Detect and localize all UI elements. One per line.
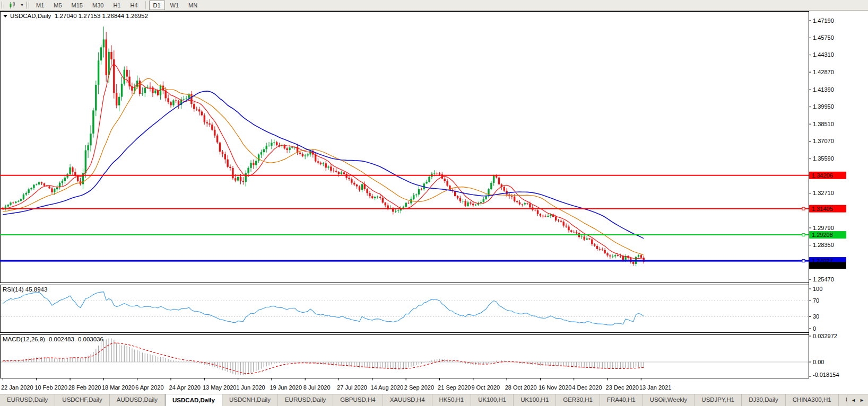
candle-body xyxy=(397,210,399,211)
candle-body xyxy=(51,188,53,192)
hline-handle-1.31405[interactable] xyxy=(802,207,805,210)
rsi-level-label: 100 xyxy=(813,286,822,292)
candle-body xyxy=(72,167,73,172)
tabs-scroll-left-button[interactable]: ◄ xyxy=(851,398,856,403)
candle-body xyxy=(395,211,396,212)
macd-axis-label: 0.00 xyxy=(813,359,824,365)
candle-body xyxy=(602,250,603,250)
candle-body xyxy=(263,149,265,153)
candle-body xyxy=(54,189,55,192)
candle-body xyxy=(586,239,587,240)
tab-usdcnh-daily4[interactable]: USDCNH,Daily xyxy=(222,394,278,406)
tab-uk100-h110[interactable]: UK100,H1 xyxy=(514,394,556,406)
timeframe-button-d1[interactable]: D1 xyxy=(149,1,165,10)
candle-body xyxy=(570,231,572,232)
candle-body xyxy=(12,202,14,203)
candle-body xyxy=(245,173,247,182)
timeframe-button-m15[interactable]: M15 xyxy=(67,1,87,10)
tab-usoil-weekly13[interactable]: USOil,Weekly xyxy=(643,394,695,406)
candle-body xyxy=(426,182,427,183)
candle-body xyxy=(56,187,58,189)
tabs-scroll-right-button[interactable]: ► xyxy=(860,398,864,403)
candle-body xyxy=(204,116,205,122)
candle-body xyxy=(558,220,559,221)
tab-audusd-daily2[interactable]: AUDUSD,Daily xyxy=(110,394,165,406)
timeframe-button-m1[interactable]: M1 xyxy=(32,1,48,10)
tab-usdjpy-h114[interactable]: USDJPY,H1 xyxy=(695,394,742,406)
candle-body xyxy=(175,100,177,101)
tab-xauusd-h47[interactable]: XAUUSD,H4 xyxy=(383,394,432,406)
hline-price-label: 1.34206 xyxy=(812,172,833,179)
tab-fra40-h112[interactable]: FRA40,H1 xyxy=(600,394,643,406)
hline-handle-1.29208[interactable] xyxy=(802,234,805,236)
candle-body xyxy=(229,167,231,168)
candle-body xyxy=(498,178,500,184)
candle-body xyxy=(325,163,327,167)
hline-handle-1.27027[interactable] xyxy=(802,260,805,262)
chart-mode-dropdown-caret[interactable]: ▾ xyxy=(19,1,25,10)
candle-body xyxy=(382,198,384,203)
candle-body xyxy=(121,84,123,97)
candle-body xyxy=(255,161,257,165)
timeframe-button-h4[interactable]: H4 xyxy=(126,1,142,10)
candlestick-chart-icon-glyph xyxy=(8,2,17,9)
candle-body xyxy=(198,109,200,111)
candle-body xyxy=(405,203,407,207)
timeframe-button-m30[interactable]: M30 xyxy=(88,1,108,10)
tab-dj30-daily15[interactable]: DJ30,Daily xyxy=(742,394,786,406)
timeframe-button-h1[interactable]: H1 xyxy=(109,1,125,10)
candle-body xyxy=(323,163,324,164)
symbol-tabs: EURUSD,DailyUSDCHF,DailyAUDUSD,DailyUSDC… xyxy=(0,394,847,406)
candle-body xyxy=(338,172,340,174)
main-chart-pane[interactable] xyxy=(1,12,809,283)
candle-body xyxy=(48,187,50,189)
candle-body xyxy=(118,97,120,105)
candle-body xyxy=(41,182,42,183)
tab-usoil-17[interactable]: USOil, xyxy=(839,394,847,406)
candle-body xyxy=(291,147,293,148)
candle-body xyxy=(462,201,464,201)
tab-uk100-h19[interactable]: UK100,H1 xyxy=(471,394,514,406)
candle-body xyxy=(555,217,557,220)
candle-body xyxy=(62,181,63,183)
tab-china300-h116[interactable]: CHINA300,H1 xyxy=(786,394,839,406)
price-tick-label: 1.47190 xyxy=(813,17,834,24)
date-label: 28 Oct 2020 xyxy=(505,384,537,391)
candle-body xyxy=(620,256,621,257)
chart-canvas[interactable]: 1.471901.457501.443101.428701.413901.399… xyxy=(0,11,868,394)
candle-body xyxy=(28,189,29,193)
candle-body xyxy=(108,52,109,75)
tab-usdchf-daily1[interactable]: USDCHF,Daily xyxy=(55,394,109,406)
timeframe-button-w1[interactable]: W1 xyxy=(166,1,184,10)
candle-body xyxy=(85,151,86,174)
tab-ger30-h111[interactable]: GER30,H1 xyxy=(556,394,600,406)
rsi-pane[interactable] xyxy=(1,285,809,333)
tab-eurusd-daily5[interactable]: EURUSD,Daily xyxy=(278,394,333,406)
timeframe-button-mn[interactable]: MN xyxy=(184,1,202,10)
date-label: 27 Jul 2020 xyxy=(337,384,367,391)
tab-scroll-controls: ◄ ► xyxy=(847,394,868,406)
tab-usdcad-daily3[interactable]: USDCAD,Daily xyxy=(165,394,222,406)
tab-gbpusd-h46[interactable]: GBPUSD,H4 xyxy=(333,394,383,406)
rsi-level-label: 70 xyxy=(813,297,819,304)
candle-body xyxy=(591,240,593,244)
price-tick-label: 1.37070 xyxy=(813,138,834,144)
tab-eurusd-daily0[interactable]: EURUSD,Daily xyxy=(0,394,55,406)
candle-body xyxy=(516,201,518,202)
tab-hk50-h18[interactable]: HK50,H1 xyxy=(432,394,472,406)
date-label: 2 Sep 2020 xyxy=(404,384,434,391)
rsi-level-label: 30 xyxy=(813,313,819,320)
candle-body xyxy=(7,205,9,206)
candle-body xyxy=(387,206,388,209)
toolbar-grip-2[interactable] xyxy=(27,2,29,9)
candle-body xyxy=(335,171,337,172)
candle-body xyxy=(250,163,251,168)
toolbar-grip[interactable] xyxy=(2,2,4,9)
timeframe-button-m5[interactable]: M5 xyxy=(49,1,66,10)
candle-body xyxy=(170,102,171,105)
candle-body xyxy=(307,154,308,155)
candle-body xyxy=(64,178,66,181)
candle-body xyxy=(286,148,288,150)
date-label: 14 Aug 2020 xyxy=(370,384,403,391)
candlestick-chart-icon[interactable] xyxy=(6,0,19,10)
